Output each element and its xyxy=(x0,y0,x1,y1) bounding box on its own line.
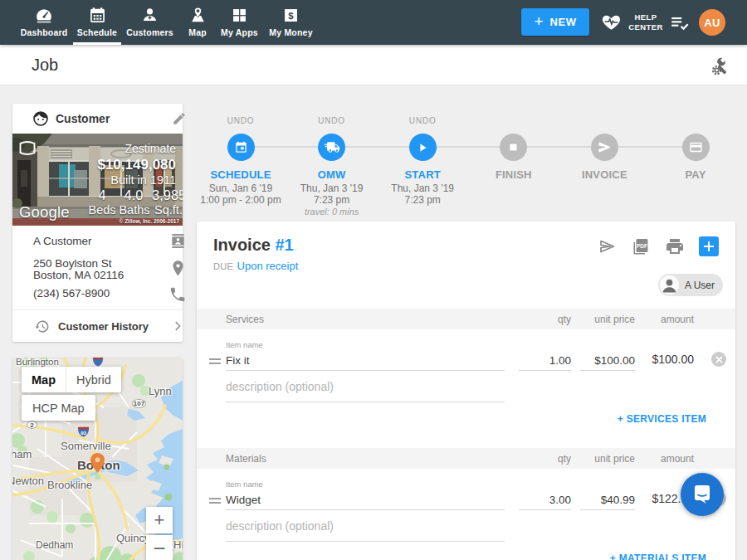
built-year: Built in 1911 xyxy=(110,173,176,187)
nav-item-map[interactable]: Map xyxy=(186,0,209,45)
step-date-line1: Thu, Jan 3 '19 xyxy=(286,183,378,194)
timeline-step-finish: FINISH xyxy=(468,110,559,181)
add-materials-item-link[interactable]: + MATERIALS ITEM xyxy=(610,553,706,560)
step-date-line2: 1:00 pm - 2:00 pm xyxy=(195,194,286,206)
add-invoice-button[interactable] xyxy=(699,236,719,256)
chat-launcher[interactable] xyxy=(681,473,724,516)
nav-label: Map xyxy=(188,27,207,37)
panorama-icon xyxy=(18,141,37,155)
undo-link[interactable]: UNDO xyxy=(286,116,378,127)
step-date-line1: Sun, Jan 6 '19 xyxy=(195,183,286,194)
item-unit-price-input[interactable]: $40.99 xyxy=(580,489,635,510)
item-name-input[interactable]: Widget xyxy=(226,489,505,510)
chevron-right-icon xyxy=(170,319,185,334)
drag-handle[interactable] xyxy=(209,498,221,504)
finish-step-icon[interactable] xyxy=(500,134,527,161)
help-center-link[interactable]: HELP CENTER xyxy=(624,12,667,32)
timeline-step-schedule: UNDO SCHEDULE Sun, Jan 6 '191:00 pm - 2:… xyxy=(195,110,286,206)
zoom-out-button[interactable]: − xyxy=(146,535,173,560)
map-label-somerville: Somerville xyxy=(61,440,111,452)
user-avatar[interactable]: AU xyxy=(699,9,725,36)
new-button[interactable]: + NEW xyxy=(521,8,589,36)
drag-handle[interactable] xyxy=(209,358,221,364)
amount-column-header: amount xyxy=(635,314,694,325)
step-date-line2: 7:23 pm xyxy=(377,194,468,206)
map-type-hybrid[interactable]: Hybrid xyxy=(66,367,121,392)
remove-item-button[interactable] xyxy=(711,352,726,367)
top-navbar: Dashboard Schedule Customers Map My Apps xyxy=(0,0,747,45)
job-timeline: UNDO SCHEDULE Sun, Jan 6 '191:00 pm - 2:… xyxy=(195,110,741,217)
nav-label: Customers xyxy=(126,27,173,37)
zestimate-value: $10,149,080 xyxy=(97,157,176,173)
step-dates: Sun, Jan 6 '191:00 pm - 2:00 pm xyxy=(195,183,286,206)
invoice-card: Invoice #1 DUE Upon receipt PDF A User S… xyxy=(197,222,735,560)
step-dates: Thu, Jan 3 '197:23 pm xyxy=(377,183,468,206)
job-settings-icon[interactable] xyxy=(710,57,730,77)
unit-price-column-header: unit price xyxy=(580,453,635,465)
nav-item-customers[interactable]: Customers xyxy=(124,0,176,45)
google-logo: Google xyxy=(19,203,70,222)
map-type-control: Map Hybrid xyxy=(22,367,121,392)
page-header: Job xyxy=(0,45,747,85)
person-icon xyxy=(140,6,159,25)
undo-spacer xyxy=(650,116,741,127)
customer-history-row[interactable]: Customer History xyxy=(12,310,183,342)
svg-text:$: $ xyxy=(288,11,294,21)
travel-note: travel: 0 mins xyxy=(286,207,378,217)
item-qty-input[interactable]: 3.00 xyxy=(519,489,571,510)
chat-bubble-icon xyxy=(691,484,713,505)
map-type-map[interactable]: Map xyxy=(22,367,66,392)
calendar-icon xyxy=(88,6,107,25)
schedule-step-icon[interactable] xyxy=(227,134,255,161)
nav-item-schedule[interactable]: Schedule xyxy=(73,0,121,45)
item-description-input[interactable]: description (optional) xyxy=(226,519,505,542)
health-heart-icon[interactable] xyxy=(601,12,622,32)
map-pin-icon xyxy=(188,6,208,25)
map-card[interactable]: Burlington Lynn Somerville ham Boston Ne… xyxy=(12,358,183,560)
sqft-label: Sq.ft. xyxy=(153,203,183,217)
map-label-newton: Newton xyxy=(12,475,44,487)
nav-label: My Apps xyxy=(221,27,258,37)
checklist-icon[interactable] xyxy=(669,12,691,34)
qty-column-header: qty xyxy=(519,314,571,325)
omw-step-icon[interactable] xyxy=(318,134,345,161)
plus-icon: + xyxy=(534,13,543,29)
send-icon[interactable] xyxy=(598,236,618,256)
nav-item-dashboard[interactable]: Dashboard xyxy=(18,0,70,45)
timeline-step-start: UNDO START Thu, Jan 3 '197:23 pm xyxy=(377,110,468,206)
interstate-93-number: 93 xyxy=(81,431,86,436)
item-amount: $100.00 xyxy=(632,349,694,371)
pay-step-icon[interactable] xyxy=(682,134,710,161)
undo-link[interactable]: UNDO xyxy=(377,116,468,127)
invoice-step-icon[interactable] xyxy=(591,134,618,161)
page-title: Job xyxy=(32,56,58,75)
add-services-item-link[interactable]: + SERVICES ITEM xyxy=(618,413,706,425)
nav-item-my-apps[interactable]: My Apps xyxy=(218,0,261,45)
edit-pencil-icon[interactable] xyxy=(172,111,187,126)
nav-item-my-money[interactable]: $ My Money xyxy=(265,0,317,45)
item-name-input[interactable]: Fix it xyxy=(226,349,505,371)
undo-link[interactable]: UNDO xyxy=(195,116,286,127)
interstate-shield-top xyxy=(92,358,105,366)
property-photo[interactable]: Zestimate $10,149,080 Built in 1911 4 4.… xyxy=(12,134,183,226)
phone-icon[interactable] xyxy=(168,285,188,304)
beds-value: 4 xyxy=(89,187,115,203)
route-shield-107: 107 xyxy=(132,399,146,408)
item-qty-input[interactable]: 1.00 xyxy=(519,349,571,371)
item-description-input[interactable]: description (optional) xyxy=(226,380,505,402)
amount-column-header: amount xyxy=(635,453,694,465)
route-shield-2: 2 xyxy=(27,421,37,429)
print-icon[interactable] xyxy=(665,236,685,256)
map-label-lynn: Lynn xyxy=(149,385,172,397)
undo-spacer xyxy=(559,116,650,127)
item-unit-price-input[interactable]: $100.00 xyxy=(580,349,635,371)
map-type-hcp[interactable]: HCP Map xyxy=(22,395,95,421)
start-step-icon[interactable] xyxy=(409,134,437,161)
due-value[interactable]: Upon receipt xyxy=(237,260,299,272)
pdf-icon[interactable]: PDF xyxy=(631,236,651,256)
line-item-row: Widget 3.00 $40.99 $122.97 xyxy=(197,489,735,511)
zoom-in-button[interactable]: + xyxy=(146,507,173,533)
contact-card-icon[interactable] xyxy=(168,231,188,251)
location-pin-icon[interactable] xyxy=(168,259,188,278)
assignee-chip[interactable]: A User xyxy=(658,274,723,296)
